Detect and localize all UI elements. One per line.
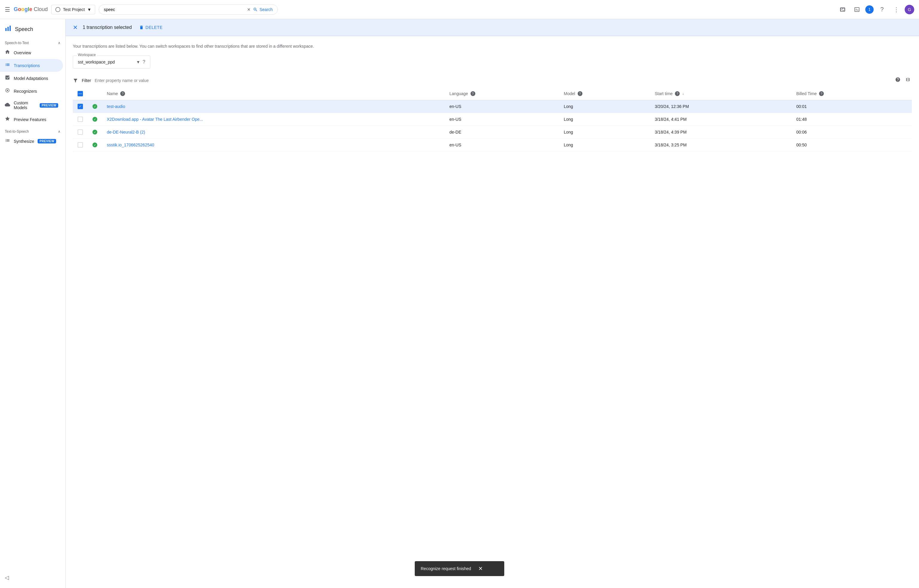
row-4-name-link[interactable]: ssstik.io_1706625262540	[107, 142, 154, 147]
sidebar-item-recognizers[interactable]: Recognizers	[0, 85, 63, 97]
row-4-language-cell: en-US	[445, 139, 559, 152]
custom-models-icon	[5, 102, 10, 109]
svg-rect-2	[8, 27, 9, 31]
main-content: ✕ 1 transcription selected DELETE Your t…	[66, 19, 919, 588]
transcriptions-icon	[5, 62, 10, 69]
sidebar-item-overview[interactable]: Overview	[0, 46, 63, 59]
col-header-name: Name ?	[102, 87, 445, 100]
sidebar-item-custom-models[interactable]: Custom Models PREVIEW	[0, 97, 63, 113]
sidebar-item-preview-features-label: Preview Features	[14, 117, 46, 122]
selection-close-button[interactable]: ✕	[73, 24, 78, 31]
row-3-start-time-cell: 3/18/24, 4:39 PM	[650, 126, 791, 139]
sidebar-item-transcriptions-label: Transcriptions	[14, 63, 40, 68]
model-col-help-icon[interactable]: ?	[578, 91, 582, 96]
top-nav: ☰ Google Cloud Test Project ▼ ✕ Search 1…	[0, 0, 919, 19]
snackbar-close-button[interactable]: ✕	[478, 565, 483, 572]
row-2-status-icon	[92, 117, 97, 122]
language-col-help-icon[interactable]: ?	[471, 91, 475, 96]
svg-rect-1	[5, 28, 6, 31]
project-selector[interactable]: Test Project ▼	[51, 5, 95, 14]
selection-count-text: 1 transcription selected	[83, 25, 132, 30]
row-3-checkbox[interactable]	[78, 129, 83, 135]
row-1-billed-time-cell: 00:01	[791, 100, 912, 113]
table-row: test-audio en-US Long 3/20/24, 12:36 PM …	[73, 100, 912, 113]
search-button[interactable]: Search	[253, 7, 273, 12]
table-columns-button[interactable]	[904, 76, 912, 85]
start-time-col-help-icon[interactable]: ?	[675, 91, 680, 96]
sidebar-item-transcriptions[interactable]: Transcriptions	[0, 59, 63, 72]
search-clear-icon[interactable]: ✕	[247, 7, 251, 12]
tts-section-chevron[interactable]: ∧	[58, 129, 61, 134]
row-1-name-link[interactable]: test-audio	[107, 104, 125, 109]
stt-section-chevron[interactable]: ∧	[58, 41, 61, 45]
transcriptions-table: Name ? Language ? Model	[73, 87, 912, 152]
notification-badge[interactable]: 1	[865, 5, 874, 14]
table-row: X2Download.app - Avatar The Last Airbend…	[73, 113, 912, 126]
select-all-checkbox[interactable]	[78, 91, 83, 96]
workspace-help-icon[interactable]: ?	[142, 59, 145, 65]
main-layout: Speech Speech-to-Text ∧ Overview Transcr…	[0, 19, 919, 588]
row-1-name-cell: test-audio	[102, 100, 445, 113]
filter-label: Filter	[82, 78, 91, 83]
table-help-button[interactable]	[894, 76, 902, 85]
menu-icon[interactable]: ☰	[5, 6, 10, 13]
row-4-checkbox-cell	[73, 139, 88, 152]
row-2-name-cell: X2Download.app - Avatar The Last Airbend…	[102, 113, 445, 126]
sidebar-product: Speech	[0, 21, 65, 37]
row-3-language-cell: de-DE	[445, 126, 559, 139]
col-header-status	[88, 87, 102, 100]
col-header-check	[73, 87, 88, 100]
row-2-status-cell	[88, 113, 102, 126]
row-4-name-cell: ssstik.io_1706625262540	[102, 139, 445, 152]
row-2-checkbox[interactable]	[78, 116, 83, 122]
start-time-sort-icon[interactable]: ↓	[682, 92, 684, 96]
sidebar-item-preview-features[interactable]: Preview Features	[0, 113, 63, 126]
project-name: Test Project	[63, 7, 85, 12]
google-cloud-logo: Google Cloud	[14, 6, 48, 13]
workspace-chevron-icon[interactable]: ▼	[136, 60, 140, 65]
row-4-start-time-cell: 3/18/24, 3:25 PM	[650, 139, 791, 152]
sidebar-item-model-adaptations[interactable]: Model Adaptations	[0, 72, 63, 85]
row-2-name-link[interactable]: X2Download.app - Avatar The Last Airbend…	[107, 117, 203, 122]
help-icon[interactable]: ?	[876, 3, 888, 16]
sidebar-section-tts: Text-to-Speech ∧	[0, 126, 65, 135]
table-header-row: Name ? Language ? Model	[73, 87, 912, 100]
table-toolbar: Filter	[73, 76, 912, 85]
synthesize-icon	[5, 138, 10, 145]
row-3-billed-time-cell: 00:06	[791, 126, 912, 139]
search-input[interactable]	[104, 7, 245, 12]
row-3-name-link[interactable]: de-DE-Neural2-B (2)	[107, 130, 145, 134]
row-2-language-cell: en-US	[445, 113, 559, 126]
delete-button[interactable]: DELETE	[139, 25, 163, 30]
terminal-icon[interactable]	[851, 3, 863, 16]
svg-point-0	[56, 7, 60, 11]
row-1-checkbox[interactable]	[78, 104, 83, 109]
content-area: Your transcriptions are listed below. Yo…	[66, 36, 919, 158]
row-4-status-icon	[92, 142, 97, 147]
snackbar-message: Recognize request finished	[421, 566, 471, 571]
more-options-icon[interactable]: ⋮	[890, 3, 902, 16]
sidebar-item-synthesize-label: Synthesize	[14, 139, 34, 144]
sidebar-collapse-button[interactable]: ◁	[0, 572, 14, 583]
row-1-status-cell	[88, 100, 102, 113]
row-4-status-cell	[88, 139, 102, 152]
avatar[interactable]: G	[905, 5, 914, 14]
workspace-selector[interactable]: Workspace sst_workspace_ppd ▼ ?	[73, 55, 150, 69]
col-header-model: Model ?	[559, 87, 650, 100]
row-4-checkbox[interactable]	[78, 142, 83, 148]
row-2-model-cell: Long	[559, 113, 650, 126]
sidebar-item-synthesize[interactable]: Synthesize PREVIEW	[0, 135, 63, 148]
page-description: Your transcriptions are listed below. Yo…	[73, 43, 912, 50]
cloud-shell-icon[interactable]	[836, 3, 849, 16]
synthesize-preview-badge: PREVIEW	[37, 139, 56, 144]
row-1-status-icon	[92, 104, 97, 109]
svg-rect-3	[10, 26, 11, 31]
name-col-help-icon[interactable]: ?	[120, 91, 125, 96]
table-actions	[894, 76, 912, 85]
filter-input[interactable]	[95, 78, 890, 83]
row-1-start-time-cell: 3/20/24, 12:36 PM	[650, 100, 791, 113]
billed-time-col-help-icon[interactable]: ?	[819, 91, 824, 96]
preview-features-icon	[5, 116, 10, 123]
overview-icon	[5, 49, 10, 56]
row-3-model-cell: Long	[559, 126, 650, 139]
